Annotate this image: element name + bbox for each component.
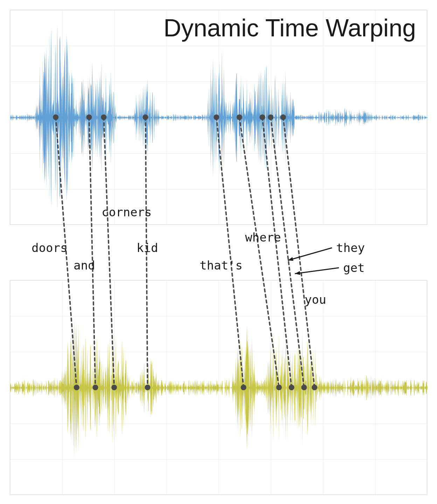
label-where: where xyxy=(245,230,281,244)
label-you: you xyxy=(305,293,326,307)
label-they: they xyxy=(336,241,365,255)
label-corners: corners xyxy=(102,205,152,219)
label-thats: that's xyxy=(200,258,243,272)
label-kid: kid xyxy=(137,241,158,255)
label-get: get xyxy=(343,261,365,275)
plot-title: Dynamic Time Warping xyxy=(164,14,416,42)
label-and: and xyxy=(74,258,95,272)
word-labels: doors and corners kid that's where they … xyxy=(0,0,437,504)
label-doors: doors xyxy=(32,241,67,255)
